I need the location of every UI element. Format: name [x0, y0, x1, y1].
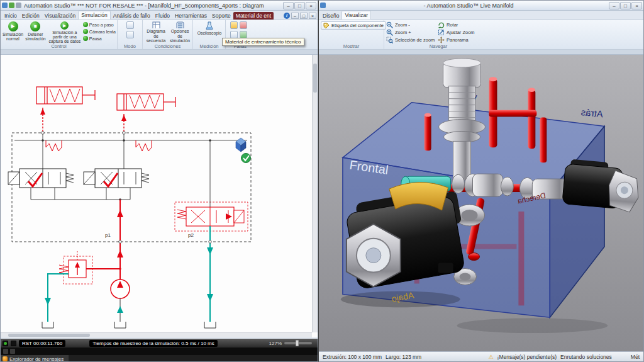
hydraulic-schematic[interactable]: p1 p2	[1, 55, 313, 334]
port-label-p2: p2	[188, 232, 194, 238]
tab-visualizacion[interactable]: Visualización	[42, 12, 78, 20]
directional-valve-2[interactable]	[84, 169, 149, 188]
message-explorer-bar: Explorador de mensajes	[1, 355, 318, 362]
capture-simulation-label: Simulación a partir de una captura de da…	[48, 30, 82, 44]
pan-button[interactable]: Panorama	[438, 37, 489, 43]
schematic-canvas[interactable]: p1 p2	[1, 55, 318, 337]
right-document-strip	[319, 50, 643, 55]
zoom-selection-label: Selección de zoom	[395, 37, 435, 43]
zoom-in-button[interactable]: Zoom +	[386, 29, 438, 36]
step-by-step-button[interactable]: Paso a paso	[83, 21, 116, 28]
manifold-minimize-button[interactable]: –	[609, 2, 619, 9]
fault-error-icon[interactable]	[240, 21, 247, 29]
tab-edicion[interactable]: Edición	[19, 12, 42, 20]
info-icon[interactable]: i	[284, 13, 290, 19]
fault-warning-icon[interactable]	[230, 21, 238, 29]
zoom-out-button[interactable]: Zoom -	[386, 21, 438, 28]
manifold-3d-scene[interactable]: Frontal Atrás Arriba Abajo	[319, 55, 643, 351]
window-title: Automation Studio™ *** NOT FOR RESALE **…	[24, 3, 283, 9]
oscilloscope-button[interactable]: Osciloscopio	[195, 21, 224, 43]
stop-simulation-button[interactable]: ■ Detener simulación	[25, 21, 47, 43]
component-label-button[interactable]: Etiqueta del componente	[321, 21, 386, 30]
bus-line	[14, 139, 247, 142]
quick-access-toolbar	[2, 3, 21, 8]
tab-visualizar[interactable]: Visualizar	[341, 11, 371, 20]
simulation-options-icon	[176, 21, 184, 28]
zoom-slider-thumb[interactable]	[296, 340, 299, 346]
tab-diseno[interactable]: Diseño	[320, 12, 341, 20]
mode-icon-2[interactable]	[126, 31, 134, 38]
right-statusbar: Extrusión: 100 x 100 mm Largo: 123 mm ⚠ …	[319, 351, 643, 361]
manifold-maximize-button[interactable]: □	[620, 2, 631, 9]
doc-restore-button[interactable]: □	[300, 13, 308, 19]
close-button[interactable]: ×	[306, 2, 316, 9]
zoom-selection-button[interactable]: Selección de zoom	[386, 37, 438, 43]
pending-messages[interactable]: ¡Mensaje(s) pendiente(s)	[497, 354, 557, 360]
message-explorer-tab[interactable]: Explorador de mensajes	[1, 355, 69, 362]
app-icon	[2, 3, 8, 8]
vertical-scrollbar[interactable]	[312, 55, 318, 332]
capture-simulation-button[interactable]: ▶ Simulación a partir de una captura de …	[48, 21, 82, 43]
tab-fluido[interactable]: Fluido	[153, 12, 172, 20]
directional-valve-1[interactable]	[8, 169, 74, 188]
normal-simulation-label: Simulación normal	[3, 32, 23, 41]
undo-icon[interactable]	[16, 3, 21, 8]
zoom-slider[interactable]	[284, 342, 312, 344]
group-label-mostrar: Mostrar	[319, 43, 384, 49]
cylinder-1[interactable]	[36, 87, 95, 104]
horizontal-scrollbar-thumb[interactable]	[8, 334, 90, 337]
check-valve-2[interactable]	[136, 140, 152, 151]
valve-port-lines	[31, 188, 130, 200]
normal-simulation-button[interactable]: ▶ Simulación normal	[3, 21, 23, 43]
tab-herramientas[interactable]: Herramientas	[172, 12, 209, 20]
sequence-diagram-button[interactable]: Diagrama de secuencia	[145, 21, 167, 43]
directional-valve-3[interactable]	[175, 202, 248, 231]
tab-analisis-de-fallo[interactable]: Análisis de fallo	[111, 12, 153, 20]
zoom-level: 127%	[269, 341, 282, 346]
minimize-button[interactable]: –	[283, 2, 294, 9]
simulation-options-label: Opciones de simulación	[169, 29, 191, 43]
tab-soporte[interactable]: Soporte	[209, 12, 233, 20]
fit-zoom-button[interactable]: Ajustar Zoom	[438, 29, 489, 36]
fit-zoom-label: Ajustar Zoom	[447, 30, 475, 35]
doc-close-button[interactable]: ×	[309, 13, 316, 19]
oscilloscope-label: Osciloscopio	[197, 31, 222, 35]
horizontal-scrollbar[interactable]	[1, 332, 312, 337]
message-explorer-label: Explorador de mensajes	[9, 356, 64, 362]
zoom-control[interactable]: 127%	[269, 341, 316, 346]
simulation-options-button[interactable]: Opciones de simulación	[169, 21, 191, 43]
mode-icon-1[interactable]	[126, 21, 134, 29]
manifold-3d-badge[interactable]	[236, 138, 246, 152]
cylinder-2[interactable]	[117, 94, 175, 110]
stop-simulation-label: Detener simulación	[25, 32, 47, 41]
tab-inicio[interactable]: Inicio	[2, 12, 19, 20]
statusbar-right-partial: Mét	[631, 354, 640, 360]
save-icon[interactable]	[9, 3, 14, 8]
live-manifold-window: - Automation Studio™ Live Manifold – □ ×…	[318, 0, 644, 362]
message-explorer-icon	[3, 356, 8, 361]
relief-valve[interactable]	[59, 251, 92, 284]
pause-button[interactable]: Pausa	[83, 35, 116, 42]
rotate-button[interactable]: Rotar	[438, 21, 489, 28]
vertical-scrollbar-thumb[interactable]	[313, 64, 317, 93]
doc-minimize-button[interactable]: –	[291, 13, 299, 19]
tooltip: Material de entrenamiento técnico	[222, 38, 304, 46]
manifold-3d-viewport[interactable]: Frontal Atrás Arriba Abajo	[319, 55, 643, 351]
slow-motion-button[interactable]: Cámara lenta	[83, 28, 116, 35]
manifold-window-title: - Automation Studio™ Live Manifold	[328, 3, 609, 9]
hydraulic-pump[interactable]	[111, 280, 130, 322]
tab-simulacion[interactable]: Simulación	[78, 11, 111, 20]
maximize-button[interactable]: □	[294, 2, 305, 9]
zoom-out-label: Zoom -	[395, 22, 410, 28]
step-label: Paso a paso	[89, 23, 114, 27]
tag-icon	[323, 23, 330, 29]
tab-material-de-entrenamiento[interactable]: Material de ent	[233, 12, 274, 20]
zoom-in-label: Zoom +	[395, 30, 411, 35]
warning-icon: ⚠	[489, 354, 494, 360]
manifold-close-button[interactable]: ×	[631, 2, 642, 9]
left-ribbon-tabs: Inicio Edición Visualización Simulación …	[1, 11, 318, 20]
rotate-icon	[438, 21, 445, 28]
group-label-navegar: Navegar	[384, 43, 492, 49]
face-label-back: Atrás	[580, 106, 604, 120]
check-valve-1[interactable]	[46, 140, 62, 151]
